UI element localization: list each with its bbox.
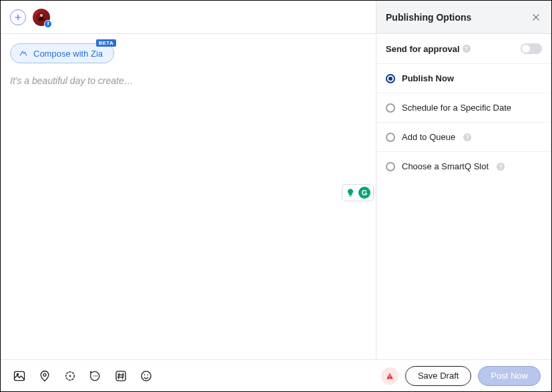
option-label: Add to Queue (402, 132, 455, 142)
close-panel-button[interactable] (530, 11, 542, 23)
svg-point-20 (144, 374, 146, 375)
add-account-button[interactable] (10, 9, 26, 25)
svg-point-3 (40, 13, 43, 17)
radio-icon (386, 162, 395, 171)
post-now-button[interactable]: Post Now (478, 366, 541, 386)
send-for-approval-label: Send for approval (386, 44, 460, 54)
writing-assist-widget[interactable]: G (342, 184, 374, 201)
grammarly-icon: G (358, 187, 370, 199)
radio-icon (386, 74, 395, 83)
svg-point-13 (97, 375, 98, 377)
info-icon[interactable]: ? (497, 163, 505, 171)
zia-icon (19, 49, 28, 58)
svg-point-10 (69, 375, 71, 377)
add-image-button[interactable] (13, 369, 26, 383)
option-publish-now[interactable]: Publish Now (376, 64, 551, 93)
svg-point-7 (17, 373, 18, 375)
account-avatar[interactable]: f (33, 9, 50, 26)
option-smartq-slot[interactable]: Choose a SmartQ Slot ? (376, 152, 551, 181)
warning-indicator[interactable] (381, 367, 398, 385)
hashtag-button[interactable] (114, 369, 127, 383)
option-add-to-queue[interactable]: Add to Queue ? (376, 123, 551, 152)
info-icon[interactable]: ? (463, 133, 471, 141)
beta-badge: BETA (96, 39, 116, 47)
option-label: Publish Now (402, 73, 454, 83)
option-schedule-date[interactable]: Schedule for a Specific Date (376, 93, 551, 123)
comment-button[interactable] (89, 369, 102, 383)
svg-point-21 (148, 374, 149, 375)
svg-line-16 (123, 373, 123, 378)
compose-with-zia-label: Compose with Zia (33, 49, 103, 59)
svg-rect-22 (349, 196, 352, 197)
suggestion-icon (345, 187, 356, 198)
post-composer[interactable]: It's a beautiful day to create… (1, 63, 376, 359)
send-for-approval-toggle[interactable] (521, 43, 542, 54)
svg-point-19 (142, 371, 151, 380)
emoji-button[interactable] (140, 369, 153, 383)
svg-rect-6 (15, 371, 25, 380)
save-draft-button[interactable]: Save Draft (405, 366, 471, 386)
option-label: Choose a SmartQ Slot (402, 161, 489, 171)
radio-icon (386, 103, 395, 113)
svg-point-12 (95, 375, 96, 377)
target-button[interactable] (63, 369, 77, 383)
svg-line-15 (119, 373, 119, 378)
facebook-badge-icon: f (44, 20, 52, 28)
info-icon[interactable]: ? (463, 45, 471, 53)
svg-point-8 (43, 373, 46, 376)
add-location-button[interactable] (38, 369, 51, 383)
radio-icon (386, 133, 395, 142)
compose-with-zia-button[interactable]: Compose with Zia BETA (10, 43, 114, 63)
svg-point-11 (93, 375, 95, 377)
panel-title: Publishing Options (386, 12, 471, 23)
publish-options-list: Publish Now Schedule for a Specific Date… (376, 64, 551, 181)
option-label: Schedule for a Specific Date (402, 103, 511, 113)
svg-rect-14 (116, 371, 125, 380)
